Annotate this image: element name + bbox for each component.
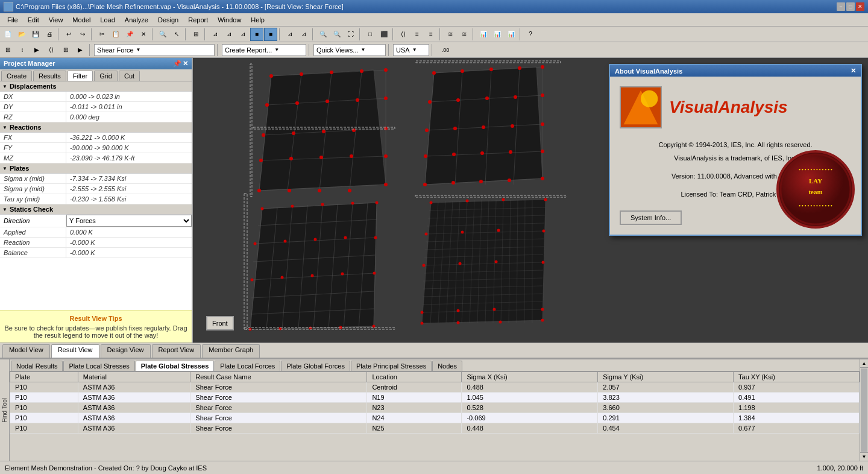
- system-info-button[interactable]: System Info...: [620, 210, 682, 225]
- tb-btn21[interactable]: ≋: [458, 28, 471, 41]
- svg-point-92: [321, 203, 324, 206]
- pm-close-button[interactable]: ✕: [183, 60, 188, 68]
- pm-tab-grid[interactable]: Grid: [94, 71, 118, 81]
- units-dropdown[interactable]: USA ▼: [393, 44, 429, 56]
- tb-btn19[interactable]: ≡: [424, 28, 438, 41]
- pm-pin-button[interactable]: 📌: [173, 60, 181, 68]
- dx-value: 0.000 -> 0.023 in: [66, 92, 192, 101]
- create-report-dropdown[interactable]: Create Report... ▼: [222, 44, 306, 56]
- minimize-button[interactable]: −: [837, 2, 845, 11]
- menu-window[interactable]: Window: [213, 15, 246, 25]
- cell-sigmax: 0.488: [462, 382, 598, 393]
- menu-design[interactable]: Design: [153, 15, 183, 25]
- fy-value: -90.000 -> 90.000 K: [66, 143, 192, 153]
- direction-label: Direction: [0, 216, 66, 226]
- bottom-tab-plate-local-stresses[interactable]: Plate Local Stresses: [63, 361, 134, 371]
- result-view-dropdown[interactable]: Shear Force ▼: [94, 44, 215, 56]
- tab-member-graph[interactable]: Member Graph: [202, 344, 260, 358]
- menu-analyze[interactable]: Analyze: [120, 15, 153, 25]
- bottom-tab-nodal[interactable]: Nodal Results: [11, 361, 63, 371]
- paste-button[interactable]: 📌: [123, 28, 136, 41]
- tb-btn20[interactable]: ≋: [444, 28, 457, 41]
- tb2-btn5[interactable]: ⊞: [59, 43, 72, 57]
- tab-report-view[interactable]: Report View: [152, 344, 201, 358]
- svg-point-34: [348, 189, 351, 192]
- redo-button[interactable]: ↪: [76, 28, 89, 41]
- tb-btn18[interactable]: ≡: [410, 28, 424, 41]
- tb-btn16[interactable]: ⬛: [377, 28, 391, 41]
- data-table-container[interactable]: Plate Material Result Case Name Location…: [10, 371, 860, 461]
- menu-help[interactable]: Help: [246, 15, 269, 25]
- menu-report[interactable]: Report: [183, 15, 213, 25]
- scroll-down-button[interactable]: ▼: [860, 452, 868, 461]
- menu-view[interactable]: View: [44, 15, 68, 25]
- tb-btn7[interactable]: ⊿: [222, 28, 236, 41]
- tb-btn24[interactable]: 📊: [505, 28, 518, 41]
- new-button[interactable]: 📄: [1, 28, 14, 41]
- help-button[interactable]: ?: [524, 28, 537, 41]
- zoom-out-button[interactable]: 🔍: [330, 28, 344, 41]
- pm-tab-results[interactable]: Results: [33, 71, 66, 81]
- cell-sigmax: 1.045: [462, 393, 598, 403]
- svg-point-19: [356, 98, 359, 102]
- bottom-tab-plate-local-forces[interactable]: Plate Local Forces: [215, 361, 280, 371]
- find-button[interactable]: 🔍: [156, 28, 169, 41]
- menu-file[interactable]: File: [2, 15, 23, 25]
- tb2-btn7[interactable]: .00: [436, 43, 454, 57]
- cut-button[interactable]: ✂: [95, 28, 108, 41]
- pm-tab-create[interactable]: Create: [1, 71, 32, 81]
- bottom-tab-nodes[interactable]: Nodes: [432, 361, 462, 371]
- print-button[interactable]: 🖨: [43, 28, 56, 41]
- tb-btn22[interactable]: 📊: [477, 28, 490, 41]
- tab-model-view[interactable]: Model View: [2, 344, 50, 358]
- select-button[interactable]: ↖: [170, 28, 183, 41]
- viewport[interactable]: Front About VisualAnalysis ✕ VisualAnaly: [193, 58, 868, 343]
- menu-edit[interactable]: Edit: [23, 15, 44, 25]
- tab-result-view[interactable]: Result View: [51, 344, 99, 358]
- delete-button[interactable]: ✕: [137, 28, 150, 41]
- quick-views-dropdown[interactable]: Quick Views... ▼: [313, 44, 386, 56]
- tb-btn17[interactable]: ⟨⟩: [397, 28, 410, 41]
- svg-point-96: [284, 240, 287, 243]
- tb-btn6[interactable]: ⊿: [209, 28, 222, 41]
- tb-btn15[interactable]: □: [363, 28, 377, 41]
- direction-row: Direction Y Forces X Forces: [0, 215, 192, 227]
- tb2-btn4[interactable]: ⟨⟩: [45, 43, 58, 57]
- zoom-in-button[interactable]: 🔍: [316, 28, 330, 41]
- direction-select[interactable]: Y Forces X Forces: [66, 215, 192, 227]
- svg-point-11: [269, 74, 273, 78]
- scroll-thumb[interactable]: [861, 368, 867, 452]
- pm-tab-cut[interactable]: Cut: [119, 71, 140, 81]
- tb2-btn3[interactable]: ▶: [30, 43, 43, 57]
- about-dialog: About VisualAnalysis ✕ VisualAnalysis: [609, 64, 862, 236]
- tb-btn11[interactable]: ⊿: [283, 28, 297, 41]
- menu-model[interactable]: Model: [68, 15, 95, 25]
- tau-xy-row: Tau xy (mid) -0.230 -> 1.558 Ksi: [0, 194, 192, 204]
- about-close-button[interactable]: ✕: [851, 67, 856, 75]
- bottom-tab-plate-global-forces[interactable]: Plate Global Forces: [281, 361, 350, 371]
- zoom-fit-button[interactable]: ⛶: [344, 28, 357, 41]
- tb-btn23[interactable]: 📊: [491, 28, 504, 41]
- tb2-btn6[interactable]: ▶: [74, 43, 87, 57]
- save-button[interactable]: 💾: [29, 28, 42, 41]
- maximize-button[interactable]: □: [846, 2, 855, 11]
- menu-load[interactable]: Load: [95, 15, 119, 25]
- tb-btn8[interactable]: ⊿: [236, 28, 250, 41]
- open-button[interactable]: 📂: [15, 28, 28, 41]
- tb-btn12[interactable]: ⊿: [297, 28, 310, 41]
- scroll-up-button[interactable]: ▲: [860, 359, 868, 368]
- front-button[interactable]: Front: [206, 316, 234, 330]
- tab-design-view[interactable]: Design View: [101, 344, 151, 358]
- undo-button[interactable]: ↩: [62, 28, 75, 41]
- bottom-tab-plate-principal-stresses[interactable]: Plate Principal Stresses: [351, 361, 432, 371]
- copy-button[interactable]: 📋: [109, 28, 122, 41]
- tb-btn9[interactable]: ■: [250, 28, 263, 41]
- bottom-tab-plate-global-stresses[interactable]: Plate Global Stresses: [136, 361, 215, 371]
- tb-btn10[interactable]: ■: [264, 28, 277, 41]
- tb2-btn2[interactable]: ↕: [16, 43, 29, 57]
- bottom-panel-scrollbar[interactable]: ▲ ▼: [860, 359, 868, 461]
- pm-tab-filter[interactable]: Filter: [68, 71, 93, 81]
- tb2-btn1[interactable]: ⊞: [1, 43, 14, 57]
- close-button[interactable]: ✕: [856, 2, 864, 11]
- grid-button[interactable]: ⊞: [189, 28, 203, 41]
